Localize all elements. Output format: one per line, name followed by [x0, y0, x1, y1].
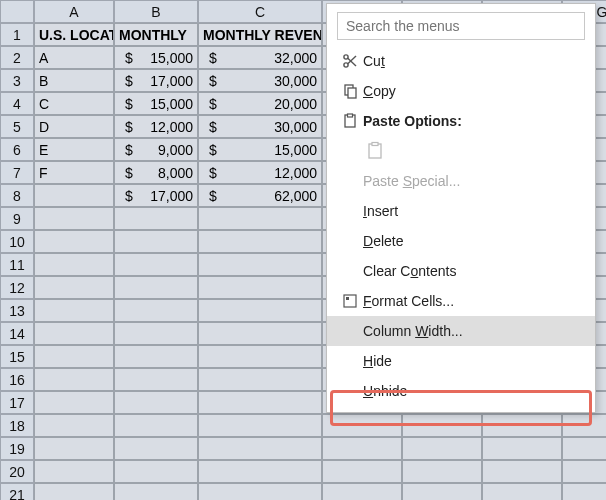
- cell[interactable]: $62,000: [198, 184, 322, 207]
- cell[interactable]: [198, 460, 322, 483]
- row-header[interactable]: 16: [0, 368, 34, 391]
- cell[interactable]: $32,000: [198, 46, 322, 69]
- cell[interactable]: [34, 345, 114, 368]
- menu-copy[interactable]: Copy: [327, 76, 595, 106]
- cell[interactable]: [34, 184, 114, 207]
- cell[interactable]: [34, 230, 114, 253]
- cell[interactable]: $20,000: [198, 92, 322, 115]
- cell[interactable]: [114, 391, 198, 414]
- cell[interactable]: E: [34, 138, 114, 161]
- menu-format-cells[interactable]: Format Cells...: [327, 286, 595, 316]
- cell[interactable]: [562, 460, 606, 483]
- select-all-corner[interactable]: [0, 0, 34, 23]
- row-header[interactable]: 15: [0, 345, 34, 368]
- cell[interactable]: [198, 230, 322, 253]
- menu-cut[interactable]: Cut: [327, 46, 595, 76]
- cell[interactable]: F: [34, 161, 114, 184]
- cell[interactable]: [114, 368, 198, 391]
- cell[interactable]: [402, 414, 482, 437]
- cell[interactable]: [402, 460, 482, 483]
- cell[interactable]: [198, 253, 322, 276]
- row-header[interactable]: 1: [0, 23, 34, 46]
- column-header[interactable]: B: [114, 0, 198, 23]
- cell[interactable]: [34, 483, 114, 500]
- cell[interactable]: C: [34, 92, 114, 115]
- cell[interactable]: [114, 483, 198, 500]
- cell[interactable]: [34, 368, 114, 391]
- cell[interactable]: [562, 414, 606, 437]
- row-header[interactable]: 10: [0, 230, 34, 253]
- cell[interactable]: $12,000: [114, 115, 198, 138]
- menu-insert[interactable]: Insert: [327, 196, 595, 226]
- cell[interactable]: $30,000: [198, 115, 322, 138]
- row-header[interactable]: 14: [0, 322, 34, 345]
- row-header[interactable]: 7: [0, 161, 34, 184]
- row-header[interactable]: 17: [0, 391, 34, 414]
- cell[interactable]: $17,000: [114, 184, 198, 207]
- column-header[interactable]: C: [198, 0, 322, 23]
- cell[interactable]: [402, 437, 482, 460]
- cell[interactable]: [322, 414, 402, 437]
- cell[interactable]: [34, 391, 114, 414]
- cell[interactable]: $12,000: [198, 161, 322, 184]
- cell[interactable]: [114, 460, 198, 483]
- column-header[interactable]: A: [34, 0, 114, 23]
- cell[interactable]: [482, 483, 562, 500]
- row-header[interactable]: 6: [0, 138, 34, 161]
- cell[interactable]: [322, 483, 402, 500]
- cell[interactable]: $17,000: [114, 69, 198, 92]
- cell[interactable]: [114, 253, 198, 276]
- menu-paste-default[interactable]: [327, 136, 595, 166]
- cell[interactable]: [34, 322, 114, 345]
- cell[interactable]: [34, 414, 114, 437]
- cell[interactable]: [114, 230, 198, 253]
- cell[interactable]: [114, 345, 198, 368]
- menu-search-input[interactable]: Search the menus: [337, 12, 585, 40]
- cell[interactable]: [198, 368, 322, 391]
- cell[interactable]: $8,000: [114, 161, 198, 184]
- row-header[interactable]: 19: [0, 437, 34, 460]
- row-header[interactable]: 20: [0, 460, 34, 483]
- cell[interactable]: [114, 437, 198, 460]
- cell[interactable]: $15,000: [114, 92, 198, 115]
- row-header[interactable]: 5: [0, 115, 34, 138]
- menu-clear-contents[interactable]: Clear Contents: [327, 256, 595, 286]
- row-header[interactable]: 3: [0, 69, 34, 92]
- cell[interactable]: [34, 299, 114, 322]
- cell[interactable]: [198, 299, 322, 322]
- cell[interactable]: [198, 483, 322, 500]
- cell[interactable]: [562, 437, 606, 460]
- cell[interactable]: [198, 391, 322, 414]
- cell[interactable]: [562, 483, 606, 500]
- row-header[interactable]: 18: [0, 414, 34, 437]
- cell[interactable]: [482, 460, 562, 483]
- cell[interactable]: $9,000: [114, 138, 198, 161]
- cell[interactable]: [114, 414, 198, 437]
- cell[interactable]: [114, 322, 198, 345]
- cell[interactable]: U.S. LOCATIONS: [34, 23, 114, 46]
- row-header[interactable]: 2: [0, 46, 34, 69]
- cell[interactable]: MONTHLY REVENUE: [198, 23, 322, 46]
- cell[interactable]: [402, 483, 482, 500]
- cell[interactable]: A: [34, 46, 114, 69]
- menu-unhide[interactable]: Unhide: [327, 376, 595, 406]
- cell[interactable]: [482, 437, 562, 460]
- cell[interactable]: [322, 460, 402, 483]
- cell[interactable]: [198, 345, 322, 368]
- cell[interactable]: [198, 207, 322, 230]
- cell[interactable]: B: [34, 69, 114, 92]
- row-header[interactable]: 13: [0, 299, 34, 322]
- cell[interactable]: $15,000: [114, 46, 198, 69]
- cell[interactable]: [198, 322, 322, 345]
- cell[interactable]: $30,000: [198, 69, 322, 92]
- cell[interactable]: [322, 437, 402, 460]
- cell[interactable]: [34, 253, 114, 276]
- cell[interactable]: [34, 207, 114, 230]
- row-header[interactable]: 8: [0, 184, 34, 207]
- cell[interactable]: [114, 299, 198, 322]
- cell[interactable]: [34, 437, 114, 460]
- cell[interactable]: [34, 460, 114, 483]
- cell[interactable]: [198, 276, 322, 299]
- cell[interactable]: [114, 276, 198, 299]
- cell[interactable]: MONTHLY: [114, 23, 198, 46]
